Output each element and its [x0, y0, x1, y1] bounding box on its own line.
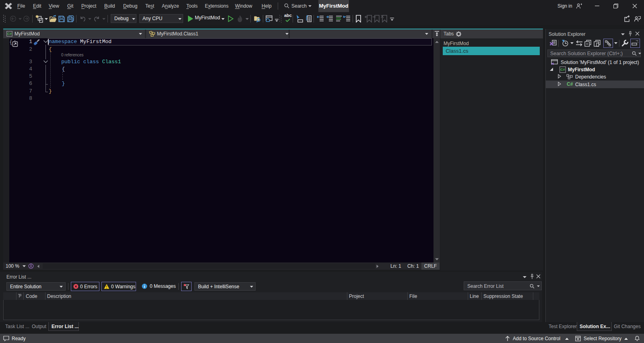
- svg-text:C#: C#: [7, 32, 12, 36]
- svg-text:C#: C#: [560, 68, 565, 72]
